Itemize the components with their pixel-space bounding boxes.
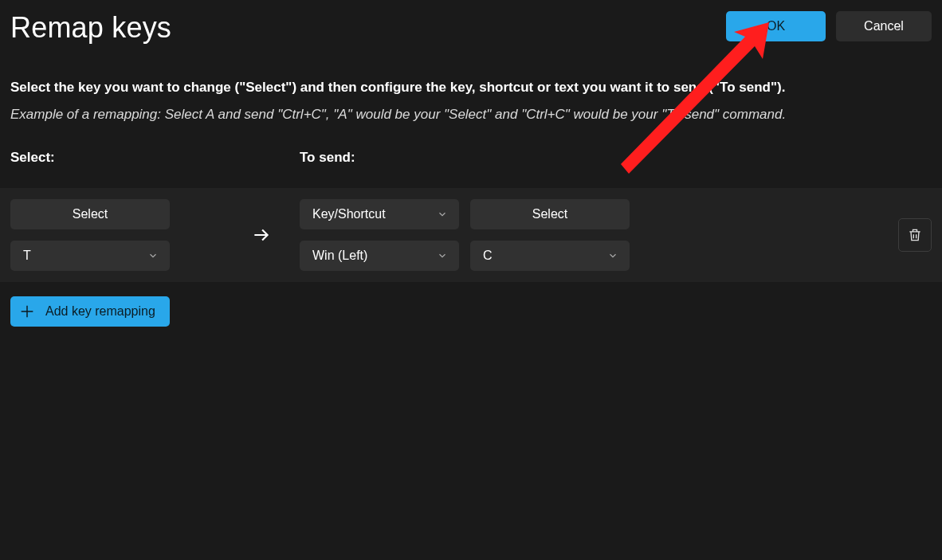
select-key-button[interactable]: Select	[10, 199, 170, 229]
ok-button[interactable]: OK	[726, 11, 826, 41]
trash-icon	[907, 227, 923, 243]
send-type-dropdown[interactable]: Key/Shortcut	[300, 199, 459, 229]
arrow-icon	[222, 225, 300, 245]
plus-icon	[18, 303, 36, 320]
select-key-value: T	[23, 249, 31, 263]
example-text: Example of a remapping: Select A and sen…	[0, 107, 942, 123]
chevron-down-icon	[607, 250, 618, 261]
key-dropdown[interactable]: C	[470, 241, 630, 271]
modifier-value: Win (Left)	[312, 249, 367, 263]
add-button-label: Add key remapping	[45, 304, 155, 319]
header-button-group: OK Cancel	[726, 11, 932, 41]
delete-row-button[interactable]	[898, 218, 932, 252]
chevron-down-icon	[147, 250, 159, 261]
modifier-dropdown[interactable]: Win (Left)	[300, 241, 459, 271]
chevron-down-icon	[437, 250, 448, 261]
select-key-dropdown[interactable]: T	[10, 241, 170, 271]
page-title: Remap keys	[10, 11, 171, 45]
column-header-to-send: To send:	[300, 150, 355, 166]
add-key-remapping-button[interactable]: Add key remapping	[10, 296, 170, 327]
column-header-select: Select:	[10, 150, 300, 166]
send-type-value: Key/Shortcut	[312, 207, 386, 221]
key-value: C	[483, 249, 493, 263]
chevron-down-icon	[437, 209, 448, 220]
remap-row: Select T Key/Shortcut Select Win (Left) …	[0, 188, 942, 282]
description-text: Select the key you want to change ("Sele…	[0, 80, 942, 96]
cancel-button[interactable]: Cancel	[836, 11, 932, 41]
to-send-select-button[interactable]: Select	[470, 199, 630, 229]
